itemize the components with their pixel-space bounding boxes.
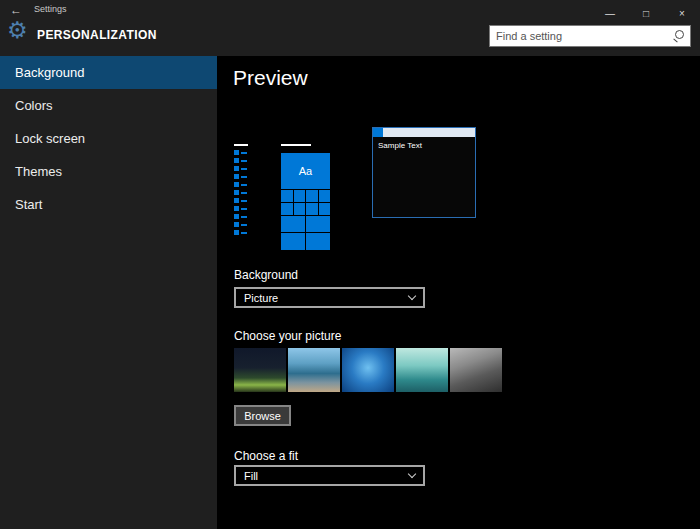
choose-fit-label: Choose a fit	[234, 449, 298, 463]
sample-window-preview: Sample Text	[372, 127, 476, 218]
choose-picture-label: Choose your picture	[234, 329, 341, 343]
applist-header-line	[234, 144, 248, 146]
window-title: Settings	[34, 4, 67, 14]
start-tiles-graphic: Aa	[281, 153, 330, 250]
tiles-header-line	[281, 144, 311, 146]
background-type-dropdown[interactable]: Picture	[234, 287, 425, 308]
tile-grid-wide	[281, 233, 330, 250]
sidebar-item-start[interactable]: Start	[0, 188, 217, 221]
picture-thumbnails	[234, 348, 502, 392]
sidebar-item-lock-screen[interactable]: Lock screen	[0, 122, 217, 155]
fit-value: Fill	[244, 470, 258, 482]
window-controls: — □ ×	[592, 0, 700, 26]
start-applist-graphic	[234, 150, 250, 235]
picture-thumbnail-4[interactable]	[396, 348, 448, 392]
sidebar: Background Colors Lock screen Themes Sta…	[0, 56, 217, 529]
sidebar-item-label: Lock screen	[15, 131, 85, 146]
window-chrome: ← Settings — □ × ⚙ PERSONALIZATION	[0, 0, 700, 56]
sample-window-body: Sample Text	[373, 137, 475, 150]
sidebar-item-colors[interactable]: Colors	[0, 89, 217, 122]
search-box[interactable]	[489, 25, 691, 47]
picture-thumbnail-1[interactable]	[234, 348, 286, 392]
fit-dropdown[interactable]: Fill	[234, 465, 425, 486]
minimize-button[interactable]: —	[592, 0, 628, 26]
content-area: Preview Aa Sample Text	[217, 56, 700, 529]
chevron-down-icon	[408, 470, 416, 478]
search-input[interactable]	[490, 26, 671, 46]
chevron-down-icon	[408, 292, 416, 300]
search-icon[interactable]	[671, 28, 687, 44]
sample-window-titlebar	[373, 128, 475, 137]
tile-grid-small	[281, 190, 330, 215]
back-button[interactable]: ←	[10, 3, 22, 17]
maximize-button[interactable]: □	[628, 0, 664, 26]
picture-thumbnail-3[interactable]	[342, 348, 394, 392]
sample-text: Sample Text	[378, 141, 422, 150]
preview-heading: Preview	[233, 66, 308, 90]
picture-thumbnail-5[interactable]	[450, 348, 502, 392]
background-label: Background	[234, 268, 298, 282]
settings-gear-icon: ⚙	[7, 19, 28, 42]
picture-thumbnail-2[interactable]	[288, 348, 340, 392]
sidebar-item-background[interactable]: Background	[0, 56, 217, 89]
aa-tile: Aa	[281, 153, 330, 189]
sidebar-item-label: Start	[15, 197, 42, 212]
tile-grid-medium	[281, 216, 330, 232]
sidebar-item-label: Colors	[15, 98, 53, 113]
sidebar-item-label: Themes	[15, 164, 62, 179]
browse-button[interactable]: Browse	[234, 405, 291, 426]
page-title: PERSONALIZATION	[37, 28, 157, 42]
sample-window-accent-square	[373, 128, 383, 137]
sidebar-item-label: Background	[15, 65, 84, 80]
close-button[interactable]: ×	[664, 0, 700, 26]
background-type-value: Picture	[244, 292, 278, 304]
sidebar-item-themes[interactable]: Themes	[0, 155, 217, 188]
